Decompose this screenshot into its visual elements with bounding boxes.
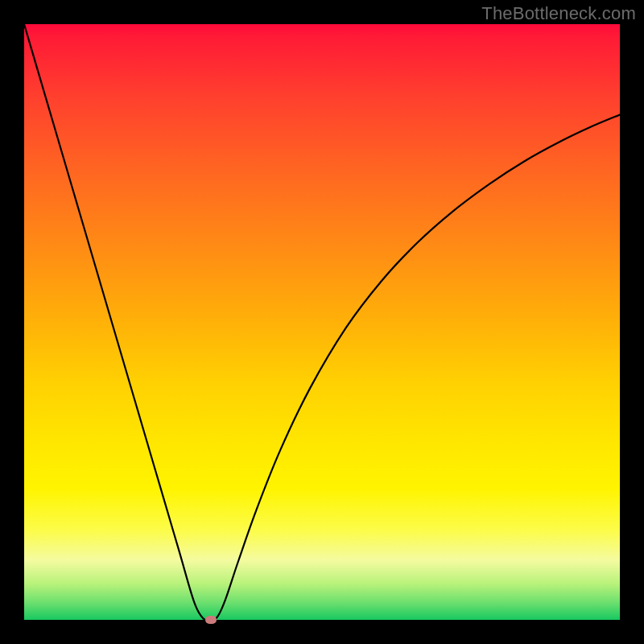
watermark-text: TheBottleneck.com [481,3,636,24]
chart-frame: TheBottleneck.com [0,0,644,644]
bottleneck-curve [24,24,620,620]
minimum-marker-dot [205,616,217,624]
plot-area [24,24,620,620]
